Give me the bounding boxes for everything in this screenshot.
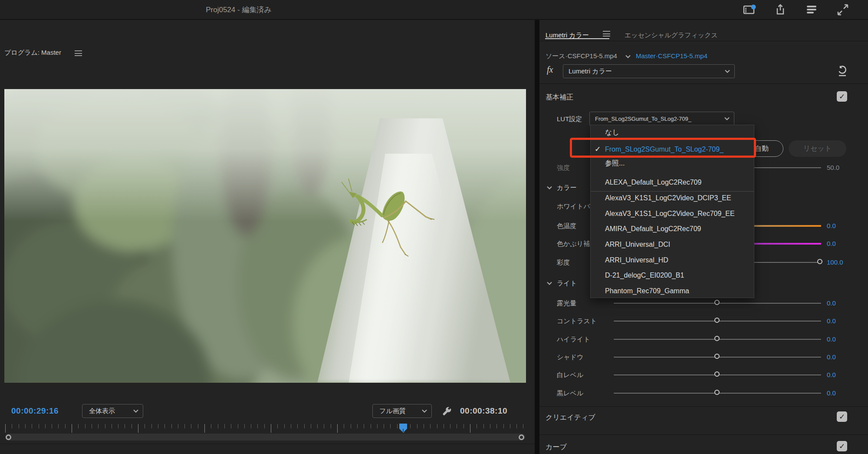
fullscreen-icon[interactable] [837,4,850,16]
tint-value[interactable]: 0.0 [827,240,836,247]
highlights-label: ハイライト [557,335,590,344]
zoom-bar-left-handle[interactable] [6,434,11,440]
whites-slider-row: 白レベル 0.0 [539,371,868,379]
zoom-level-value: 全体表示 [89,407,115,415]
playback-quality-value: フル画質 [379,407,406,415]
reset-effect-icon[interactable] [837,65,848,76]
lut-menu-item[interactable]: AlexaV3_K1S1_LogC2Video_Rec709_EE [591,207,754,220]
blacks-slider-row: 黒レベル 0.0 [539,389,868,398]
chevron-down-icon[interactable] [625,55,631,58]
chevron-down-icon [547,282,552,285]
intensity-label: 強度 [557,164,570,172]
lut-menu-item[interactable]: ALEXA_Default_LogC2Rec709 [591,176,754,189]
title-bar: Proj0524 - 編集済み [0,0,868,20]
playback-quality-select[interactable]: フル画質 [372,404,432,418]
panel-divider[interactable] [535,20,539,454]
whites-value[interactable]: 0.0 [827,371,836,378]
shadows-slider-knob[interactable] [714,354,720,359]
saturation-slider-knob[interactable] [817,259,822,264]
lut-menu-item-none[interactable]: なし [591,126,754,139]
program-panel-menu-icon[interactable] [75,50,82,56]
basic-correction-title[interactable]: 基本補正 [546,93,573,102]
tab-essential-graphics[interactable]: エッセンシャルグラフィックス [625,31,718,40]
lut-menu-item-browse[interactable]: 参照... [591,157,754,170]
program-panel-title: プログラム: Master [4,49,61,57]
lumetri-panel-menu-icon[interactable] [603,31,610,36]
intensity-value[interactable]: 50.0 [827,164,839,171]
chevron-down-icon [422,409,427,413]
source-clip-label[interactable]: ソース·CSFCP15-5.mp4 [546,52,617,60]
shadows-slider-row: シャドウ 0.0 [539,353,868,361]
praying-mantis [341,174,441,265]
contrast-slider-row: コントラスト 0.0 [539,317,868,325]
program-monitor-panel: プログラム: Master [0,20,535,454]
color-group-title: カラー [557,184,577,192]
basic-correction-checkbox[interactable]: ✓ [837,91,847,102]
contrast-label: コントラスト [557,317,597,325]
temperature-value[interactable]: 0.0 [827,222,836,229]
lut-menu-item[interactable]: ARRI_Universal_DCI [591,238,754,251]
blacks-slider-knob[interactable] [714,390,720,395]
exposure-slider-row: 露光量 0.0 [539,299,868,308]
whites-label: 白レベル [557,371,583,379]
exposure-slider-knob[interactable] [714,300,720,305]
effect-select[interactable]: Lumetri カラー [563,64,735,78]
lumetri-color-panel: Lumetri カラー エッセンシャルグラフィックス ソース·CSFCP15-5… [539,20,868,454]
current-timecode[interactable]: 00:00:29:16 [11,406,59,416]
video-preview [4,89,526,383]
chevron-down-icon [725,70,730,73]
window-title: Proj0524 - 編集済み [0,0,477,20]
whites-slider-knob[interactable] [714,371,720,377]
lut-menu-item[interactable]: ARRI_Universal_HD [591,254,754,267]
lut-menu-item[interactable]: AMIRA_Default_LogC2Rec709 [591,222,754,235]
duration-timecode: 00:00:38:10 [460,406,507,416]
saturation-label: 彩度 [557,258,570,267]
effect-name: Lumetri カラー [569,67,612,76]
settings-wrench-icon[interactable] [441,406,452,417]
active-tab-underline [545,38,609,39]
lut-menu-item[interactable]: AlexaV3_K1S1_LogC2Video_DCIP3_EE [591,192,754,205]
zoom-bar-right-handle[interactable] [519,434,524,440]
slog-wash-overlay [4,89,526,383]
curves-checkbox[interactable]: ✓ [837,441,847,451]
saturation-value[interactable]: 100.0 [827,258,843,266]
lut-setting-label: LUT設定 [557,115,582,123]
creative-section-title[interactable]: クリエイティブ [546,413,595,422]
shadows-label: シャドウ [557,353,583,361]
highlights-value[interactable]: 0.0 [827,335,836,343]
lut-menu-item[interactable]: D-21_delogC_EI0200_B1 [591,269,754,282]
highlight-annotation-box [570,138,756,158]
contrast-slider-knob[interactable] [714,318,720,323]
transport-bar: { } [0,444,535,454]
reset-button[interactable]: リセット [789,140,846,157]
shadows-value[interactable]: 0.0 [827,353,836,361]
curves-section-title[interactable]: カーブ [546,443,567,452]
fx-icon: fx [547,65,553,75]
exposure-value[interactable]: 0.0 [827,299,836,307]
chevron-down-icon [724,117,730,120]
creative-checkbox[interactable]: ✓ [837,411,847,422]
share-icon[interactable] [774,4,787,16]
highlights-slider-knob[interactable] [714,336,720,341]
zoom-level-select[interactable]: 全体表示 [82,404,143,418]
master-clip-label[interactable]: Master·CSFCP15-5.mp4 [636,52,707,60]
lut-select[interactable]: From_SLog2SGumut_To_SLog2-709_ [589,112,734,126]
temperature-label: 色温度 [557,222,576,230]
timeline-ruler[interactable] [5,424,525,433]
lut-menu-item[interactable]: Phantom_Rec709_Gamma [591,285,754,298]
blacks-label: 黒レベル [557,389,583,398]
chevron-down-icon [547,186,552,189]
timeline-zoom-bar[interactable] [5,434,525,441]
render-queue-icon[interactable] [806,4,819,16]
highlights-slider-row: ハイライト 0.0 [539,335,868,344]
workspace-icon[interactable] [743,4,756,16]
contrast-value[interactable]: 0.0 [827,317,836,325]
exposure-label: 露光量 [557,299,576,308]
chevron-down-icon [133,409,138,413]
blacks-value[interactable]: 0.0 [827,389,836,397]
lut-selected-value: From_SLog2SGumut_To_SLog2-709_ [595,116,691,122]
light-group-title: ライト [557,279,577,288]
